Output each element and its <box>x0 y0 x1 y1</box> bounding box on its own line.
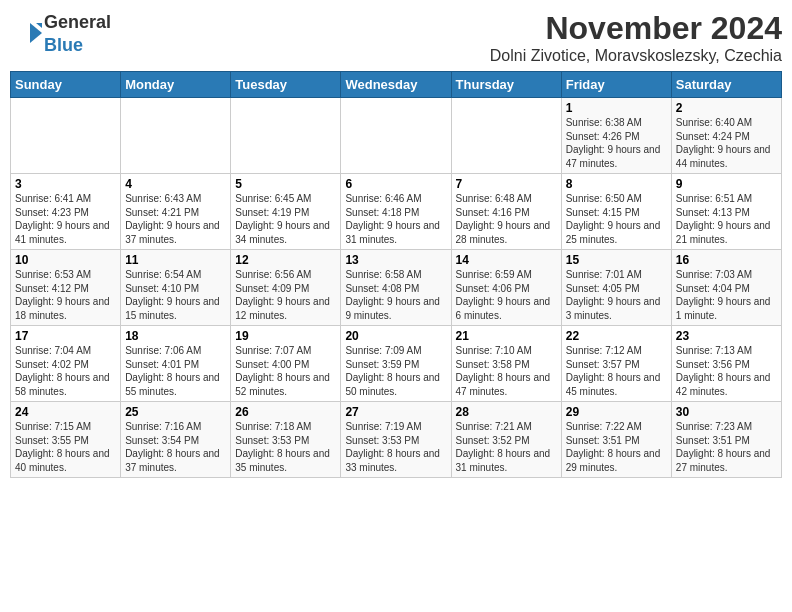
day-number: 5 <box>235 177 336 191</box>
calendar-cell: 21Sunrise: 7:10 AM Sunset: 3:58 PM Dayli… <box>451 326 561 402</box>
title-area: November 2024 Dolni Zivotice, Moravskosl… <box>490 10 782 65</box>
day-of-week-header: Wednesday <box>341 72 451 98</box>
calendar-subtitle: Dolni Zivotice, Moravskoslezsky, Czechia <box>490 47 782 65</box>
day-number: 28 <box>456 405 557 419</box>
day-info: Sunrise: 7:22 AM Sunset: 3:51 PM Dayligh… <box>566 420 667 474</box>
day-info: Sunrise: 6:38 AM Sunset: 4:26 PM Dayligh… <box>566 116 667 170</box>
calendar-cell: 26Sunrise: 7:18 AM Sunset: 3:53 PM Dayli… <box>231 402 341 478</box>
day-number: 10 <box>15 253 116 267</box>
day-number: 3 <box>15 177 116 191</box>
day-info: Sunrise: 6:48 AM Sunset: 4:16 PM Dayligh… <box>456 192 557 246</box>
day-info: Sunrise: 6:41 AM Sunset: 4:23 PM Dayligh… <box>15 192 116 246</box>
day-info: Sunrise: 7:04 AM Sunset: 4:02 PM Dayligh… <box>15 344 116 398</box>
calendar-title: November 2024 <box>490 10 782 47</box>
day-number: 13 <box>345 253 446 267</box>
calendar-cell: 22Sunrise: 7:12 AM Sunset: 3:57 PM Dayli… <box>561 326 671 402</box>
day-number: 19 <box>235 329 336 343</box>
calendar-body: 1Sunrise: 6:38 AM Sunset: 4:26 PM Daylig… <box>11 98 782 478</box>
header: General Blue November 2024 Dolni Zivotic… <box>10 10 782 65</box>
calendar-cell: 27Sunrise: 7:19 AM Sunset: 3:53 PM Dayli… <box>341 402 451 478</box>
calendar-week-row: 24Sunrise: 7:15 AM Sunset: 3:55 PM Dayli… <box>11 402 782 478</box>
day-info: Sunrise: 6:54 AM Sunset: 4:10 PM Dayligh… <box>125 268 226 322</box>
day-info: Sunrise: 6:45 AM Sunset: 4:19 PM Dayligh… <box>235 192 336 246</box>
day-info: Sunrise: 7:18 AM Sunset: 3:53 PM Dayligh… <box>235 420 336 474</box>
calendar-cell: 30Sunrise: 7:23 AM Sunset: 3:51 PM Dayli… <box>671 402 781 478</box>
day-number: 12 <box>235 253 336 267</box>
logo-blue-text: Blue <box>44 35 83 55</box>
day-number: 25 <box>125 405 226 419</box>
calendar-cell: 20Sunrise: 7:09 AM Sunset: 3:59 PM Dayli… <box>341 326 451 402</box>
day-number: 9 <box>676 177 777 191</box>
calendar-cell: 4Sunrise: 6:43 AM Sunset: 4:21 PM Daylig… <box>121 174 231 250</box>
calendar-cell: 28Sunrise: 7:21 AM Sunset: 3:52 PM Dayli… <box>451 402 561 478</box>
calendar-cell <box>451 98 561 174</box>
calendar-cell: 2Sunrise: 6:40 AM Sunset: 4:24 PM Daylig… <box>671 98 781 174</box>
day-info: Sunrise: 7:09 AM Sunset: 3:59 PM Dayligh… <box>345 344 446 398</box>
day-number: 23 <box>676 329 777 343</box>
calendar-cell: 15Sunrise: 7:01 AM Sunset: 4:05 PM Dayli… <box>561 250 671 326</box>
calendar-week-row: 10Sunrise: 6:53 AM Sunset: 4:12 PM Dayli… <box>11 250 782 326</box>
calendar-cell: 13Sunrise: 6:58 AM Sunset: 4:08 PM Dayli… <box>341 250 451 326</box>
calendar-cell: 18Sunrise: 7:06 AM Sunset: 4:01 PM Dayli… <box>121 326 231 402</box>
day-number: 1 <box>566 101 667 115</box>
calendar-cell: 9Sunrise: 6:51 AM Sunset: 4:13 PM Daylig… <box>671 174 781 250</box>
calendar-cell: 24Sunrise: 7:15 AM Sunset: 3:55 PM Dayli… <box>11 402 121 478</box>
day-number: 7 <box>456 177 557 191</box>
calendar-cell: 23Sunrise: 7:13 AM Sunset: 3:56 PM Dayli… <box>671 326 781 402</box>
calendar-week-row: 3Sunrise: 6:41 AM Sunset: 4:23 PM Daylig… <box>11 174 782 250</box>
svg-marker-1 <box>36 23 42 28</box>
day-info: Sunrise: 7:16 AM Sunset: 3:54 PM Dayligh… <box>125 420 226 474</box>
day-info: Sunrise: 7:07 AM Sunset: 4:00 PM Dayligh… <box>235 344 336 398</box>
day-number: 14 <box>456 253 557 267</box>
calendar-cell: 1Sunrise: 6:38 AM Sunset: 4:26 PM Daylig… <box>561 98 671 174</box>
day-number: 18 <box>125 329 226 343</box>
day-of-week-header: Tuesday <box>231 72 341 98</box>
day-info: Sunrise: 7:01 AM Sunset: 4:05 PM Dayligh… <box>566 268 667 322</box>
day-info: Sunrise: 7:21 AM Sunset: 3:52 PM Dayligh… <box>456 420 557 474</box>
day-info: Sunrise: 6:58 AM Sunset: 4:08 PM Dayligh… <box>345 268 446 322</box>
calendar-cell: 8Sunrise: 6:50 AM Sunset: 4:15 PM Daylig… <box>561 174 671 250</box>
header-row: SundayMondayTuesdayWednesdayThursdayFrid… <box>11 72 782 98</box>
day-info: Sunrise: 7:03 AM Sunset: 4:04 PM Dayligh… <box>676 268 777 322</box>
calendar-cell: 6Sunrise: 6:46 AM Sunset: 4:18 PM Daylig… <box>341 174 451 250</box>
calendar-cell: 16Sunrise: 7:03 AM Sunset: 4:04 PM Dayli… <box>671 250 781 326</box>
day-info: Sunrise: 7:13 AM Sunset: 3:56 PM Dayligh… <box>676 344 777 398</box>
day-number: 8 <box>566 177 667 191</box>
calendar-table: SundayMondayTuesdayWednesdayThursdayFrid… <box>10 71 782 478</box>
calendar-header: SundayMondayTuesdayWednesdayThursdayFrid… <box>11 72 782 98</box>
day-info: Sunrise: 6:43 AM Sunset: 4:21 PM Dayligh… <box>125 192 226 246</box>
day-info: Sunrise: 6:56 AM Sunset: 4:09 PM Dayligh… <box>235 268 336 322</box>
day-of-week-header: Thursday <box>451 72 561 98</box>
day-number: 21 <box>456 329 557 343</box>
day-of-week-header: Friday <box>561 72 671 98</box>
calendar-cell: 29Sunrise: 7:22 AM Sunset: 3:51 PM Dayli… <box>561 402 671 478</box>
day-info: Sunrise: 6:51 AM Sunset: 4:13 PM Dayligh… <box>676 192 777 246</box>
day-number: 6 <box>345 177 446 191</box>
logo: General Blue <box>10 10 111 56</box>
day-number: 16 <box>676 253 777 267</box>
calendar-cell: 14Sunrise: 6:59 AM Sunset: 4:06 PM Dayli… <box>451 250 561 326</box>
calendar-cell: 17Sunrise: 7:04 AM Sunset: 4:02 PM Dayli… <box>11 326 121 402</box>
day-info: Sunrise: 7:19 AM Sunset: 3:53 PM Dayligh… <box>345 420 446 474</box>
day-info: Sunrise: 6:46 AM Sunset: 4:18 PM Dayligh… <box>345 192 446 246</box>
day-info: Sunrise: 7:23 AM Sunset: 3:51 PM Dayligh… <box>676 420 777 474</box>
calendar-cell: 10Sunrise: 6:53 AM Sunset: 4:12 PM Dayli… <box>11 250 121 326</box>
day-info: Sunrise: 7:06 AM Sunset: 4:01 PM Dayligh… <box>125 344 226 398</box>
day-info: Sunrise: 6:53 AM Sunset: 4:12 PM Dayligh… <box>15 268 116 322</box>
day-info: Sunrise: 7:10 AM Sunset: 3:58 PM Dayligh… <box>456 344 557 398</box>
day-number: 4 <box>125 177 226 191</box>
day-number: 17 <box>15 329 116 343</box>
day-info: Sunrise: 6:40 AM Sunset: 4:24 PM Dayligh… <box>676 116 777 170</box>
day-of-week-header: Sunday <box>11 72 121 98</box>
day-number: 30 <box>676 405 777 419</box>
calendar-cell <box>121 98 231 174</box>
logo-general-text: General <box>44 12 111 32</box>
day-of-week-header: Monday <box>121 72 231 98</box>
calendar-week-row: 1Sunrise: 6:38 AM Sunset: 4:26 PM Daylig… <box>11 98 782 174</box>
calendar-week-row: 17Sunrise: 7:04 AM Sunset: 4:02 PM Dayli… <box>11 326 782 402</box>
day-info: Sunrise: 7:12 AM Sunset: 3:57 PM Dayligh… <box>566 344 667 398</box>
calendar-cell: 7Sunrise: 6:48 AM Sunset: 4:16 PM Daylig… <box>451 174 561 250</box>
calendar-cell: 25Sunrise: 7:16 AM Sunset: 3:54 PM Dayli… <box>121 402 231 478</box>
day-number: 20 <box>345 329 446 343</box>
day-number: 24 <box>15 405 116 419</box>
